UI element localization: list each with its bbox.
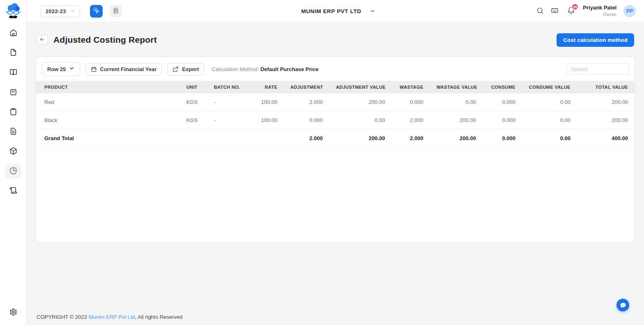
cell-consume: 0.000 [483, 129, 522, 148]
sidebar [0, 0, 27, 325]
shopping-bag-icon [9, 88, 17, 97]
calculation-method-label: Calculation Method: [212, 66, 259, 72]
cell-adjustment: 2.000 [284, 129, 329, 148]
cell-consume-value: 0.00 [522, 111, 577, 129]
user-name: Priyank Patel [583, 5, 616, 12]
page-title: Adjusted Costing Report [53, 35, 157, 45]
sidebar-item-invoices[interactable] [5, 125, 21, 139]
company-link[interactable]: Munim ERP Pvt Ltd [88, 314, 135, 320]
sidebar-item-sales[interactable] [5, 85, 21, 100]
table-row[interactable]: Black KGS - 100.00 0.000 0.00 2.000 200.… [36, 111, 635, 129]
shortcuts-button[interactable] [551, 7, 559, 16]
row-count-label: Row 25 [47, 66, 66, 72]
column-header-total-value: TOTAL VALUE [577, 81, 635, 93]
cell-total-value: 400.00 [577, 129, 635, 148]
financial-year-filter-button[interactable]: Current Financial Year [85, 63, 162, 76]
calculation-method-value: Default Purchase Price [260, 66, 319, 72]
app-window: 2022-23 MUNIM ERP PVT LTD [0, 0, 644, 325]
column-header-batch-no: BATCH NO. [207, 81, 247, 93]
chat-support-button[interactable] [616, 299, 629, 311]
document-icon [9, 48, 17, 58]
cell-adjustment-value: 0.00 [329, 111, 392, 129]
column-header-rate: RATE [247, 81, 284, 93]
cell-batch-no [207, 129, 247, 148]
sidebar-item-settings[interactable] [5, 306, 21, 320]
cell-rate: 100.00 [247, 111, 284, 129]
sidebar-item-billing[interactable] [5, 184, 21, 198]
back-button[interactable] [37, 35, 48, 45]
cell-consume: 0.000 [483, 93, 522, 111]
search-icon [536, 7, 544, 16]
sidebar-item-documents[interactable] [5, 46, 21, 60]
column-header-wastage-value: WASTAGE VALUE [430, 81, 483, 93]
cell-batch-no: - [207, 111, 247, 129]
quick-action-button[interactable] [90, 5, 103, 18]
chat-bubble-icon [619, 302, 627, 309]
grand-total-label: Grand Total [36, 129, 180, 148]
user-menu[interactable]: Priyank Patel Owner [583, 5, 616, 17]
column-header-product: PRODUCT [36, 81, 180, 93]
column-header-wastage: WASTAGE [391, 81, 430, 93]
row-count-select[interactable]: Row 25 [42, 62, 80, 76]
cell-wastage: 0.000 [391, 93, 430, 111]
sidebar-item-reports[interactable] [5, 164, 21, 179]
munim-logo [5, 2, 22, 21]
notifications-button[interactable]: 26 [567, 7, 575, 16]
sidebar-item-inventory[interactable] [5, 145, 21, 159]
cell-rate [247, 129, 284, 148]
invoice-icon [9, 127, 17, 137]
rights-text: , All rights Reserved [135, 314, 183, 320]
cell-product: Red [36, 93, 180, 111]
report-table: PRODUCT UNIT BATCH NO. RATE ADJUSTMENT A… [36, 81, 635, 148]
notification-count-badge: 26 [571, 3, 579, 10]
financial-year-value: 2022-23 [46, 8, 66, 14]
column-header-consume: CONSUME [483, 81, 522, 93]
column-header-adjustment: ADJUSTMENT [284, 81, 329, 93]
avatar[interactable]: PP [623, 5, 636, 17]
table-row[interactable]: Red KGS - 100.00 2.000 200.00 0.000 0.00… [36, 93, 635, 111]
cell-product: Black [36, 111, 180, 129]
cell-adjustment-value: 200.00 [329, 93, 392, 111]
calendar-icon [91, 66, 97, 72]
main-area: 2022-23 MUNIM ERP PVT LTD [27, 0, 644, 325]
sidebar-item-home[interactable] [5, 26, 21, 41]
table-header: PRODUCT UNIT BATCH NO. RATE ADJUSTMENT A… [36, 81, 635, 93]
report-card: Row 25 Current Financial Year Export Cal… [36, 57, 635, 243]
grand-total-row: Grand Total 2.000 200.00 2.000 200.00 0.… [36, 129, 635, 148]
cell-total-value: 200.00 [577, 93, 635, 111]
search-button[interactable] [536, 7, 544, 16]
chevron-down-icon [370, 8, 375, 14]
sidebar-item-purchase[interactable] [5, 105, 21, 120]
package-icon [9, 147, 17, 157]
notes-button[interactable] [110, 5, 122, 17]
cell-adjustment: 0.000 [284, 111, 329, 129]
column-header-adjustment-value: ADJUSTMENT VALUE [329, 81, 392, 93]
sidebar-item-ledger[interactable] [5, 66, 21, 80]
export-label: Export [182, 66, 199, 72]
page-content: Adjusted Costing Report Cost calculation… [27, 23, 644, 311]
cell-wastage-value: 200.00 [430, 111, 483, 129]
cell-rate: 100.00 [247, 93, 284, 111]
company-switcher[interactable]: MUNIM ERP PVT LTD [301, 8, 375, 14]
footer: COPYRIGHT © 2023 Munim ERP Pvt Ltd, All … [27, 311, 644, 325]
column-header-unit: UNIT [180, 81, 207, 93]
cell-unit: KGS [180, 111, 207, 129]
cell-wastage-value: 0.00 [430, 93, 483, 111]
page-header: Adjusted Costing Report Cost calculation… [37, 29, 634, 51]
keyboard-icon [551, 7, 559, 16]
search-input[interactable] [566, 63, 629, 75]
arrow-left-icon [39, 37, 45, 44]
cost-calculation-method-button[interactable]: Cost calculation method [557, 33, 634, 47]
sidebar-nav [5, 26, 21, 198]
settings-gear-icon [9, 308, 17, 318]
cell-unit [180, 129, 207, 148]
book-icon [9, 68, 17, 78]
cell-consume: 0.000 [483, 111, 522, 129]
financial-year-select[interactable]: 2022-23 [41, 5, 80, 17]
user-role: Owner [583, 12, 616, 17]
cell-wastage-value: 200.00 [430, 129, 483, 148]
cell-adjustment-value: 200.00 [329, 129, 392, 148]
chevron-down-icon [70, 8, 75, 14]
export-button[interactable]: Export [167, 63, 204, 76]
copyright-text: COPYRIGHT © 2023 [37, 314, 88, 320]
